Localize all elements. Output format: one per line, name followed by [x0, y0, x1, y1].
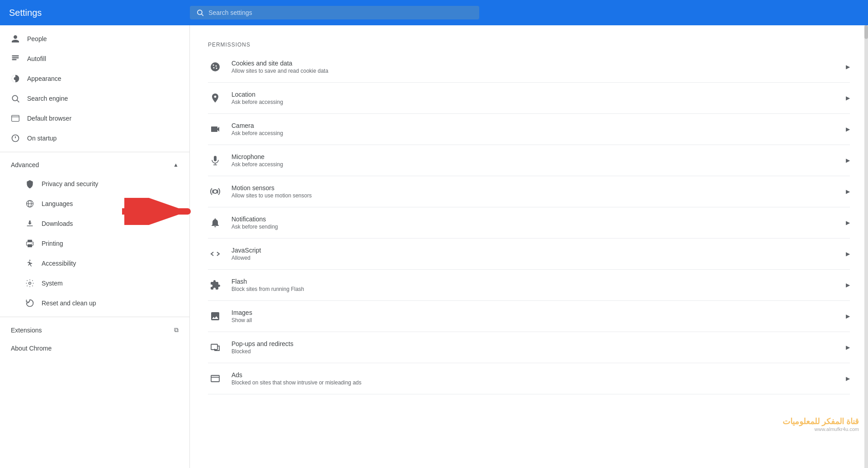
sidebar-label-downloads: Downloads: [42, 220, 73, 227]
notifications-subtitle: Ask before sending: [231, 224, 837, 230]
microphone-title: Microphone: [231, 153, 837, 160]
printing-icon: [25, 239, 34, 248]
svg-line-1: [202, 14, 203, 16]
location-text: Location Ask before accessing: [231, 91, 837, 105]
sidebar-item-autofill[interactable]: Autofill: [0, 49, 184, 69]
sidebar-item-languages[interactable]: Languages: [0, 194, 184, 214]
sidebar-item-accessibility[interactable]: Accessibility: [0, 253, 184, 273]
location-subtitle: Ask before accessing: [231, 99, 837, 105]
svg-point-25: [211, 62, 220, 71]
svg-point-20: [32, 243, 33, 244]
ads-subtitle: Blocked on sites that show intrusive or …: [231, 379, 837, 386]
svg-rect-2: [12, 56, 19, 57]
scrollbar-thumb[interactable]: [864, 25, 868, 39]
svg-point-29: [216, 68, 217, 69]
watermark-arabic: قناة المفكر للمعلوميات: [783, 417, 859, 426]
extensions-label: Extensions: [11, 327, 42, 334]
autofill-icon: [11, 54, 20, 63]
sidebar-item-system[interactable]: System: [0, 273, 184, 293]
motion-text: Motion sensors Allow sites to use motion…: [231, 184, 837, 199]
search-input[interactable]: [208, 9, 473, 16]
svg-point-0: [198, 10, 202, 14]
location-icon: [208, 91, 222, 105]
sidebar-item-on-startup[interactable]: On startup: [0, 128, 184, 148]
sidebar-item-reset[interactable]: Reset and clean up: [0, 293, 184, 313]
javascript-icon: [208, 247, 222, 261]
sidebar-label-search-engine: Search engine: [27, 95, 68, 102]
section-title: Permissions: [208, 34, 850, 51]
sidebar-label-people: People: [27, 35, 47, 42]
svg-rect-19: [28, 244, 32, 248]
cookies-title: Cookies and site data: [231, 60, 837, 67]
permission-flash[interactable]: Flash Block sites from running Flash ▶: [208, 270, 850, 301]
privacy-icon: [25, 179, 34, 188]
sidebar-label-languages: Languages: [42, 200, 73, 207]
camera-subtitle: Ask before accessing: [231, 130, 837, 136]
camera-title: Camera: [231, 122, 837, 129]
popups-chevron-icon: ▶: [846, 344, 850, 351]
sidebar-item-people[interactable]: People: [0, 29, 184, 49]
search-bar[interactable]: [190, 6, 479, 19]
reset-icon: [25, 299, 34, 308]
person-icon: [11, 34, 20, 43]
popups-icon: [208, 340, 222, 355]
svg-point-6: [14, 77, 17, 80]
svg-rect-4: [12, 59, 17, 61]
advanced-label: Advanced: [11, 161, 39, 168]
permission-popups[interactable]: Pop-ups and redirects Blocked ▶: [208, 332, 850, 363]
languages-icon: [25, 199, 34, 208]
permission-motion-sensors[interactable]: Motion sensors Allow sites to use motion…: [208, 176, 850, 207]
sidebar-label-privacy: Privacy and security: [42, 180, 98, 187]
flash-subtitle: Block sites from running Flash: [231, 286, 837, 292]
sidebar-item-privacy[interactable]: Privacy and security: [0, 174, 184, 194]
permission-ads[interactable]: Ads Blocked on sites that show intrusive…: [208, 363, 850, 394]
flash-title: Flash: [231, 278, 837, 285]
sidebar-item-appearance[interactable]: Appearance: [0, 69, 184, 89]
permission-javascript[interactable]: JavaScript Allowed ▶: [208, 239, 850, 270]
permission-location[interactable]: Location Ask before accessing ▶: [208, 83, 850, 114]
notifications-chevron-icon: ▶: [846, 220, 850, 226]
sidebar-label-accessibility: Accessibility: [42, 260, 76, 267]
ads-title: Ads: [231, 371, 837, 379]
motion-sensors-icon: [208, 184, 222, 199]
svg-rect-30: [214, 156, 217, 161]
motion-subtitle: Allow sites to use motion sensors: [231, 192, 837, 199]
permission-cookies[interactable]: Cookies and site data Allow sites to sav…: [208, 51, 850, 83]
microphone-text: Microphone Ask before accessing: [231, 153, 837, 168]
sidebar-item-downloads[interactable]: Downloads: [0, 214, 184, 234]
content-area: Permissions Cookies and site data Allow …: [190, 25, 868, 468]
images-icon: [208, 309, 222, 323]
cookies-text: Cookies and site data Allow sites to sav…: [231, 60, 837, 74]
svg-rect-34: [211, 344, 217, 350]
sidebar-advanced-header[interactable]: Advanced ▲: [0, 156, 189, 174]
javascript-title: JavaScript: [231, 247, 837, 254]
flash-text: Flash Block sites from running Flash: [231, 278, 837, 292]
svg-point-33: [213, 190, 217, 193]
svg-rect-17: [28, 240, 32, 242]
sidebar-divider-2: [0, 317, 189, 317]
javascript-subtitle: Allowed: [231, 255, 837, 261]
camera-chevron-icon: ▶: [846, 126, 850, 132]
svg-line-8: [17, 100, 19, 103]
images-title: Images: [231, 309, 837, 316]
sidebar-item-about[interactable]: About Chrome: [0, 339, 189, 357]
about-label: About Chrome: [11, 345, 52, 352]
chevron-up-icon: ▲: [173, 162, 179, 168]
sidebar-item-search-engine[interactable]: Search engine: [0, 89, 184, 108]
popups-text: Pop-ups and redirects Blocked: [231, 340, 837, 355]
images-subtitle: Show all: [231, 317, 837, 323]
sidebar-label-printing: Printing: [42, 240, 63, 247]
permission-images[interactable]: Images Show all ▶: [208, 301, 850, 332]
svg-rect-9: [12, 115, 19, 121]
main-layout: People Autofill Appearance Search engine: [0, 25, 868, 468]
svg-point-7: [12, 95, 18, 101]
sidebar-item-extensions[interactable]: Extensions ⧉: [0, 321, 189, 339]
permission-notifications[interactable]: Notifications Ask before sending ▶: [208, 207, 850, 239]
permission-camera[interactable]: Camera Ask before accessing ▶: [208, 114, 850, 145]
sidebar-item-default-browser[interactable]: Default browser: [0, 108, 184, 128]
popups-subtitle: Blocked: [231, 348, 837, 355]
permission-microphone[interactable]: Microphone Ask before accessing ▶: [208, 145, 850, 176]
camera-icon: [208, 122, 222, 136]
svg-point-21: [29, 260, 31, 261]
sidebar-item-printing[interactable]: Printing: [0, 234, 184, 253]
